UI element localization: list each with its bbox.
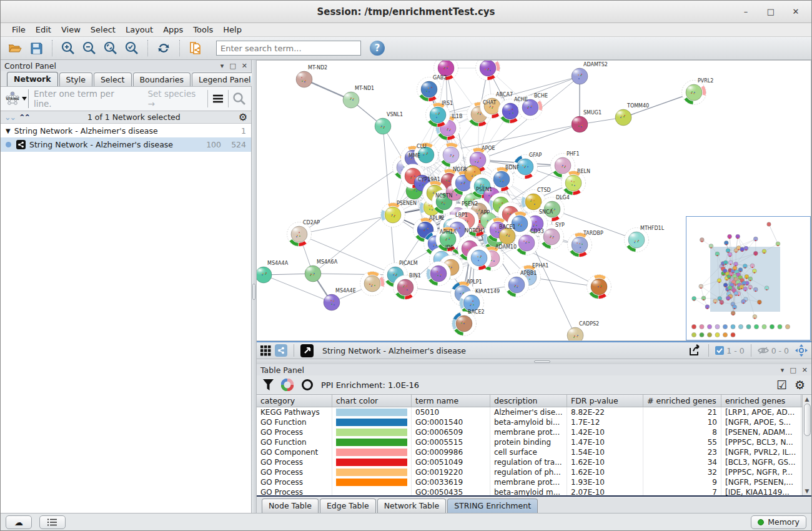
tab-network-table[interactable]: Network Table (377, 499, 447, 513)
string-logo-icon[interactable]: STRING (3, 91, 28, 107)
menu-layout[interactable]: Layout (121, 24, 158, 36)
ring-chart-icon[interactable] (301, 379, 314, 391)
column-header--enriched-genes[interactable]: # enriched genes (643, 395, 721, 407)
panel-menu-icon[interactable]: ▾ (781, 366, 785, 374)
network-node[interactable] (296, 71, 312, 87)
column-header-chart-color[interactable]: chart color (332, 395, 412, 407)
table-row[interactable]: GO ProcessGO:0033619membrane prot...1.93… (257, 477, 802, 487)
network-node[interactable] (439, 143, 463, 167)
set-species-hint[interactable]: Set species → (147, 89, 204, 109)
network-node[interactable] (505, 273, 529, 297)
network-node[interactable] (682, 81, 706, 105)
column-header-FDR-p-value[interactable]: FDR p-value (567, 395, 643, 407)
birds-eye-toggle-icon[interactable] (795, 344, 808, 357)
enrichment-chart-icon[interactable] (281, 379, 294, 391)
network-node[interactable] (360, 272, 385, 296)
detach-view-icon[interactable] (300, 344, 314, 357)
tab-select[interactable]: Select (94, 72, 132, 86)
network-options-gear-icon[interactable]: ⚙ (239, 111, 247, 123)
network-node[interactable] (305, 266, 321, 282)
network-node[interactable] (562, 171, 586, 196)
network-node[interactable] (394, 275, 418, 300)
panel-float-icon[interactable]: □ (790, 366, 796, 374)
panel-float-icon[interactable]: □ (229, 62, 235, 70)
filter-icon[interactable] (263, 379, 274, 390)
tab-string-enrichment[interactable]: STRING Enrichment (447, 499, 538, 513)
network-node[interactable] (452, 312, 477, 336)
network-node[interactable] (257, 267, 272, 283)
table-splitter[interactable] (257, 359, 811, 364)
birds-eye-view[interactable] (686, 216, 811, 340)
menu-apps[interactable]: Apps (158, 24, 188, 36)
select-columns-icon[interactable]: ☑ (776, 378, 787, 392)
maximize-button[interactable]: □ (766, 7, 775, 16)
collapse-all-icon[interactable]: ⌃⌃ (19, 112, 29, 122)
help-icon[interactable]: ? (370, 41, 385, 56)
close-button[interactable]: ✕ (791, 7, 800, 16)
string-query-input[interactable]: Enter one term per line. Set species → (28, 89, 204, 108)
network-node[interactable] (324, 294, 340, 310)
network-node[interactable] (568, 233, 592, 257)
network-node[interactable] (417, 77, 442, 102)
grid-view-icon[interactable] (260, 345, 271, 356)
table-row[interactable]: GO ProcessGO:0050435beta-amyloid m...2.0… (257, 487, 802, 497)
zoom-out-button[interactable] (80, 39, 99, 57)
network-node[interactable] (381, 203, 405, 227)
column-header-description[interactable]: description (490, 395, 567, 407)
column-header-category[interactable]: category (257, 395, 332, 407)
network-row-selected[interactable]: String Network - Alzheimer's disease 100… (1, 137, 251, 152)
scroll-down-icon[interactable]: ▼ (805, 487, 810, 495)
menu-file[interactable]: File (7, 24, 31, 36)
search-input[interactable] (216, 41, 361, 56)
tab-style[interactable]: Style (59, 72, 92, 86)
network-node[interactable] (343, 92, 359, 108)
panel-close-icon[interactable]: ✕ (242, 62, 247, 70)
expand-all-icon[interactable]: ⌄⌄ (4, 112, 15, 122)
memory-button[interactable]: Memory (751, 515, 806, 529)
scroll-up-icon[interactable]: ▲ (805, 395, 810, 404)
minimize-button[interactable]: – (741, 7, 750, 16)
table-row[interactable]: GO ProcessGO:0019220regulation of ph...1… (257, 467, 802, 477)
panel-splitter[interactable] (252, 60, 257, 513)
network-node[interactable] (467, 246, 492, 270)
network-node[interactable] (426, 103, 450, 127)
network-collection-row[interactable]: ▼ String Network - Alzheimer's disease 1 (1, 124, 251, 137)
column-header-term-name[interactable]: term name (412, 395, 490, 407)
network-node[interactable] (427, 262, 451, 286)
table-row[interactable]: GO ProcessGO:0051049regulation of tra...… (257, 457, 802, 467)
collapse-triangle-icon[interactable]: ▼ (6, 127, 11, 134)
network-node[interactable] (587, 275, 611, 299)
zoom-selected-button[interactable] (122, 39, 141, 57)
cloud-button[interactable]: ☁ (6, 515, 32, 529)
menu-tools[interactable]: Tools (188, 24, 218, 36)
table-splitter-grip[interactable] (534, 360, 550, 363)
network-node[interactable] (476, 61, 500, 81)
tab-boundaries[interactable]: Boundaries (133, 72, 191, 86)
save-session-button[interactable] (27, 39, 46, 57)
table-row[interactable]: GO ComponentGO:0009986cell surface1.54E-… (257, 447, 802, 457)
table-settings-gear-icon[interactable]: ⚙ (795, 378, 805, 392)
network-node[interactable] (572, 68, 588, 84)
menu-view[interactable]: View (56, 24, 86, 36)
export-network-icon[interactable] (688, 344, 702, 357)
copy-network-button[interactable] (186, 39, 205, 57)
table-row[interactable]: KEGG Pathways05010Alzheimer's dise...8.8… (257, 407, 802, 417)
menu-select[interactable]: Select (86, 24, 121, 36)
open-session-button[interactable] (6, 39, 24, 57)
zoom-fit-button[interactable] (101, 39, 120, 57)
string-search-icon[interactable] (232, 92, 246, 106)
column-header-enriched-genes[interactable]: enriched genes (721, 395, 801, 407)
task-history-button[interactable] (39, 515, 66, 529)
table-row[interactable]: GO ProcessGO:0006509membrane prot...1.42… (257, 427, 802, 437)
scroll-thumb[interactable] (804, 404, 811, 436)
network-node[interactable] (567, 327, 583, 340)
splitter-grip[interactable] (252, 284, 255, 300)
tab-edge-table[interactable]: Edge Table (320, 499, 376, 513)
panel-menu-icon[interactable]: ▾ (220, 62, 224, 70)
network-node[interactable] (625, 228, 649, 252)
network-node[interactable] (499, 228, 515, 244)
network-node[interactable] (572, 116, 588, 132)
tab-legend-panel[interactable]: Legend Panel (192, 72, 258, 86)
menu-edit[interactable]: Edit (31, 24, 56, 36)
refresh-button[interactable] (154, 39, 173, 57)
